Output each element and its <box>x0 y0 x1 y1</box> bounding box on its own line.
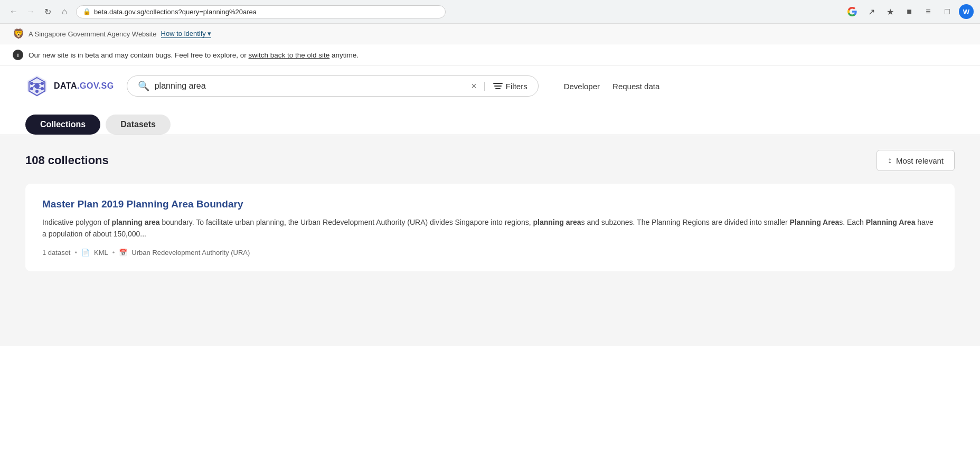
search-icon: 🔍 <box>138 80 149 92</box>
back-button[interactable]: ← <box>6 4 21 19</box>
reload-button[interactable]: ↻ <box>40 4 55 19</box>
result-card: Master Plan 2019 Planning Area Boundary … <box>25 184 955 271</box>
search-input[interactable] <box>155 81 464 91</box>
site-logo[interactable]: DATA.GOV.SG <box>25 74 114 98</box>
bookmark-icon[interactable]: ★ <box>883 4 898 19</box>
meta-separator-2: • <box>112 249 115 257</box>
meta-format-icon: 📄 <box>81 249 90 257</box>
site-header: DATA.GOV.SG 🔍 × Filters Developer Reques… <box>0 66 980 106</box>
info-text: Our new site is in beta and may contain … <box>29 51 359 59</box>
meta-separator-1: • <box>75 249 78 257</box>
svg-point-5 <box>35 90 39 93</box>
sort-button[interactable]: ↕ Most relevant <box>877 150 955 171</box>
result-description: Indicative polygon of planning area boun… <box>42 216 938 240</box>
browser-actions: ↗ ★ ■ ≡ □ W <box>845 4 974 19</box>
info-icon: i <box>13 50 23 60</box>
meta-format: KML <box>94 249 108 257</box>
forward-button[interactable]: → <box>23 4 38 19</box>
split-view-icon[interactable]: □ <box>940 4 955 19</box>
results-count: 108 collections <box>25 154 109 167</box>
profile-button[interactable]: W <box>959 4 974 19</box>
tabs-row: Collections Datasets <box>25 115 955 135</box>
nav-buttons: ← → ↻ ⌂ <box>6 4 72 19</box>
search-bar: 🔍 × Filters <box>127 75 539 97</box>
gov-banner-text: A Singapore Government Agency Website <box>29 30 157 38</box>
filters-button[interactable]: Filters <box>484 82 527 91</box>
header-nav: Developer Request data <box>564 82 660 91</box>
home-button[interactable]: ⌂ <box>57 4 72 19</box>
how-to-identify-link[interactable]: How to identify ▾ <box>161 30 212 38</box>
menu-icon[interactable]: ≡ <box>921 4 936 19</box>
share-icon[interactable]: ↗ <box>864 4 879 19</box>
extensions-icon[interactable]: ■ <box>902 4 917 19</box>
sort-label: Most relevant <box>896 156 944 165</box>
info-banner: i Our new site is in beta and may contai… <box>0 44 980 66</box>
switch-back-link[interactable]: switch back to the old site <box>249 51 330 59</box>
result-meta: 1 dataset • 📄 KML • 📅 Urban Redevelopmen… <box>42 249 938 257</box>
sort-icon: ↕ <box>888 156 892 165</box>
meta-org-icon: 📅 <box>119 249 127 257</box>
browser-chrome: ← → ↻ ⌂ 🔒 beta.data.gov.sg/collections?q… <box>0 0 980 24</box>
developer-link[interactable]: Developer <box>564 82 600 91</box>
tab-datasets[interactable]: Datasets <box>106 115 171 135</box>
results-header: 108 collections ↕ Most relevant <box>25 150 955 171</box>
result-title-link[interactable]: Master Plan 2019 Planning Area Boundary <box>42 198 938 210</box>
logo-hexagon-icon <box>25 74 49 98</box>
filter-lines-icon <box>493 83 503 89</box>
singapore-lion-icon: 🦁 <box>13 28 24 40</box>
clear-search-button[interactable]: × <box>469 81 479 92</box>
gov-banner: 🦁 A Singapore Government Agency Website … <box>0 24 980 44</box>
address-text: beta.data.gov.sg/collections?query=plann… <box>94 8 257 16</box>
meta-dataset-count: 1 dataset <box>42 249 71 257</box>
meta-org: Urban Redevelopment Authority (URA) <box>131 249 250 257</box>
logo-text: DATA.GOV.SG <box>54 81 114 91</box>
tab-collections[interactable]: Collections <box>25 115 100 135</box>
content-area: 108 collections ↕ Most relevant Master P… <box>0 135 980 346</box>
request-data-link[interactable]: Request data <box>612 82 659 91</box>
address-bar[interactable]: 🔒 beta.data.gov.sg/collections?query=pla… <box>76 5 446 18</box>
tabs-section: Collections Datasets <box>0 106 980 135</box>
google-icon[interactable] <box>845 4 860 19</box>
lock-icon: 🔒 <box>83 8 91 15</box>
